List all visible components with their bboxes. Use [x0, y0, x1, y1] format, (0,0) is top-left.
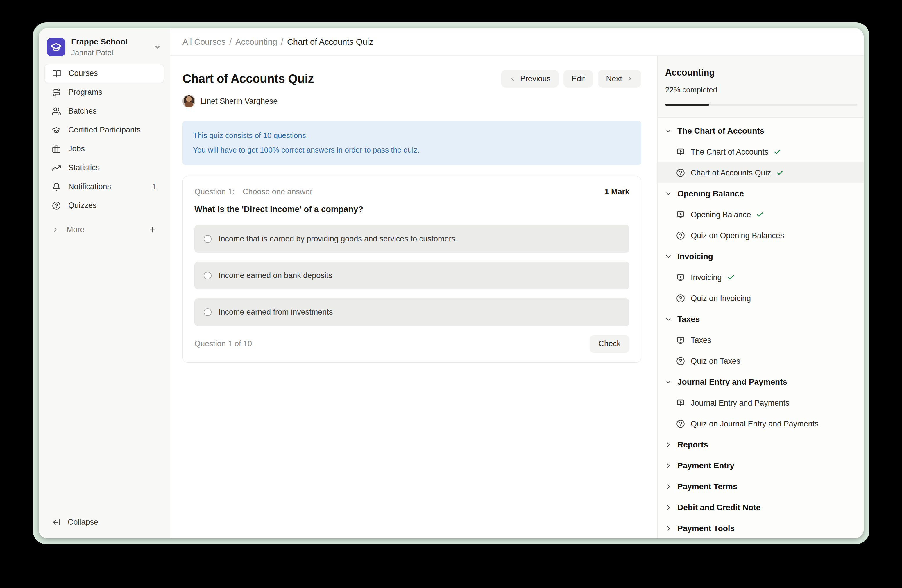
- course-title: Accounting: [665, 67, 857, 78]
- answer-options: Income that is earned by providing goods…: [194, 225, 630, 326]
- answer-option-3[interactable]: Income earned from investments: [194, 299, 630, 326]
- outline-item-quiz-on-invoicing[interactable]: Quiz on Invoicing: [658, 288, 864, 309]
- outline-item-taxes[interactable]: Taxes: [658, 330, 864, 351]
- outline-section-title: Opening Balance: [677, 189, 744, 199]
- outline-section-opening-balance[interactable]: Opening Balance: [658, 183, 864, 204]
- breadcrumb-current: Chart of Accounts Quiz: [287, 37, 373, 47]
- outline-section-debit-and-credit-note[interactable]: Debit and Credit Note: [658, 497, 864, 518]
- answer-option-label: Income earned from investments: [219, 308, 333, 317]
- outline-item-label: Quiz on Opening Balances: [691, 231, 784, 240]
- course-outline-sidebar: Accounting 22% completed The Chart of Ac…: [657, 56, 864, 538]
- outline-item-label: The Chart of Accounts: [691, 148, 768, 156]
- outline-item-label: Quiz on Invoicing: [691, 294, 751, 303]
- outline-item-quiz-on-opening-balances[interactable]: Quiz on Opening Balances: [658, 225, 864, 246]
- course-completed-text: 22% completed: [665, 85, 857, 94]
- outline-item-label: Taxes: [691, 336, 711, 345]
- lesson-icon: [676, 336, 685, 344]
- question-card: Question 1: Choose one answer 1 Mark Wha…: [183, 176, 641, 363]
- outline-item-opening-balance[interactable]: Opening Balance: [658, 204, 864, 225]
- collapse-label: Collapse: [68, 518, 98, 527]
- outline-section-title: Payment Entry: [677, 461, 734, 470]
- outline-section-the-chart-of-accounts[interactable]: The Chart of Accounts: [658, 120, 864, 141]
- outline-section-invoicing[interactable]: Invoicing: [658, 246, 864, 267]
- course-outline-list: The Chart of AccountsThe Chart of Accoun…: [658, 118, 864, 538]
- answer-option-2[interactable]: Income earned on bank deposits: [194, 262, 630, 289]
- outline-item-the-chart-of-accounts[interactable]: The Chart of Accounts: [658, 141, 864, 163]
- sidebar-item-quizzes[interactable]: Quizzes: [44, 196, 164, 215]
- next-button[interactable]: Next: [598, 70, 641, 88]
- edit-button[interactable]: Edit: [564, 70, 594, 88]
- sidebar-item-label: Batches: [68, 106, 97, 116]
- chevron-down-icon: [665, 316, 672, 323]
- author-name: Linet Sherin Varghese: [200, 97, 277, 106]
- answer-option-1[interactable]: Income that is earned by providing goods…: [194, 225, 630, 253]
- plus-icon[interactable]: [148, 226, 157, 234]
- collapse-sidebar-button[interactable]: Collapse: [39, 518, 170, 538]
- outline-item-chart-of-accounts-quiz[interactable]: Chart of Accounts Quiz: [658, 163, 864, 183]
- notification-count-badge: 1: [152, 182, 157, 191]
- lesson-icon: [676, 399, 685, 407]
- outline-item-label: Chart of Accounts Quiz: [691, 169, 771, 178]
- outline-section-reports[interactable]: Reports: [658, 434, 864, 455]
- outline-section-payment-tools[interactable]: Payment Tools: [658, 518, 864, 538]
- radio-button[interactable]: [204, 272, 211, 280]
- notice-line: You will have to get 100% correct answer…: [193, 143, 631, 158]
- check-button[interactable]: Check: [590, 335, 630, 353]
- chevron-right-icon: [665, 504, 672, 511]
- sidebar-item-batches[interactable]: Batches: [44, 102, 164, 120]
- outline-section-title: Payment Tools: [677, 524, 734, 533]
- lesson-icon: [676, 273, 685, 282]
- sidebar-item-courses[interactable]: Courses: [44, 64, 164, 83]
- chevron-left-icon: [509, 75, 516, 82]
- chevron-right-icon: [665, 462, 672, 469]
- outline-section-journal-entry-and-payments[interactable]: Journal Entry and Payments: [658, 372, 864, 393]
- sidebar-nav: CoursesProgramsBatchesCertified Particip…: [39, 64, 170, 215]
- sidebar-item-more[interactable]: More: [44, 220, 164, 239]
- radio-button[interactable]: [204, 308, 211, 316]
- sidebar-item-notifications[interactable]: Notifications1: [44, 178, 164, 196]
- quiz-instructions-banner: This quiz consists of 10 questions. You …: [183, 121, 641, 165]
- previous-button[interactable]: Previous: [501, 70, 559, 88]
- sidebar-item-certified-participants[interactable]: Certified Participants: [44, 121, 164, 139]
- breadcrumb-bar: All Courses / Accounting / Chart of Acco…: [170, 28, 864, 56]
- question-marks: 1 Mark: [604, 188, 630, 196]
- radio-button[interactable]: [204, 235, 211, 243]
- question-text: What is the 'Direct Income' of a company…: [194, 205, 630, 214]
- outline-section-taxes[interactable]: Taxes: [658, 309, 864, 330]
- check-icon: [774, 148, 781, 156]
- book-open-icon: [52, 69, 61, 78]
- lesson-icon: [676, 148, 685, 156]
- page-title: Chart of Accounts Quiz: [183, 72, 314, 86]
- collapse-icon: [52, 518, 61, 527]
- school-name: Frappe School: [71, 37, 128, 47]
- chevron-right-icon: [626, 75, 633, 82]
- outline-item-quiz-on-taxes[interactable]: Quiz on Taxes: [658, 351, 864, 372]
- outline-item-journal-entry-and-payments[interactable]: Journal Entry and Payments: [658, 393, 864, 413]
- outline-section-title: Taxes: [677, 314, 700, 324]
- outline-item-label: Invoicing: [691, 273, 722, 282]
- sidebar-item-statistics[interactable]: Statistics: [44, 159, 164, 177]
- graduation-cap-icon: [50, 41, 62, 53]
- outline-section-title: Payment Terms: [677, 482, 737, 491]
- user-name: Jannat Patel: [71, 48, 128, 57]
- outline-item-invoicing[interactable]: Invoicing: [658, 267, 864, 288]
- completed-check-icon: [727, 274, 734, 281]
- quiz-main-panel: Chart of Accounts Quiz Previous Edit: [170, 56, 657, 538]
- sidebar-item-jobs[interactable]: Jobs: [44, 140, 164, 158]
- outline-section-payment-terms[interactable]: Payment Terms: [658, 476, 864, 497]
- breadcrumb-accounting[interactable]: Accounting: [235, 37, 277, 47]
- chevron-down-icon[interactable]: [153, 43, 161, 51]
- outline-section-payment-entry[interactable]: Payment Entry: [658, 455, 864, 476]
- more-label: More: [67, 225, 85, 234]
- help-circle-icon: [52, 201, 61, 210]
- sidebar-item-label: Courses: [69, 69, 98, 78]
- breadcrumb-all-courses[interactable]: All Courses: [183, 37, 226, 47]
- sidebar-item-label: Certified Participants: [68, 125, 141, 134]
- answer-option-label: Income that is earned by providing goods…: [219, 235, 457, 244]
- sidebar-item-label: Statistics: [68, 163, 100, 172]
- desktop-background: { "window": { "desktop_color": "#000000"…: [0, 0, 902, 588]
- left-sidebar: Frappe School Jannat Patel CoursesProgra…: [39, 28, 170, 538]
- sidebar-item-programs[interactable]: Programs: [44, 83, 164, 102]
- outline-item-quiz-on-journal-entry-and-payments[interactable]: Quiz on Journal Entry and Payments: [658, 413, 864, 434]
- workspace-switcher[interactable]: Frappe School Jannat Patel: [39, 28, 170, 64]
